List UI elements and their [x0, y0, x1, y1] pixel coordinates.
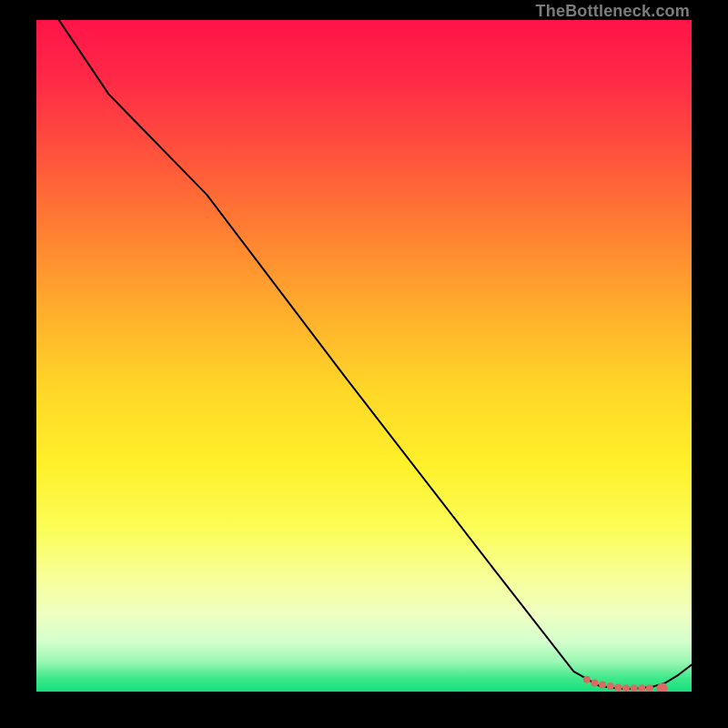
data-dot: [607, 682, 614, 690]
chart-frame: TheBottleneck.com: [0, 0, 728, 728]
watermark-text: TheBottleneck.com: [536, 2, 690, 21]
plot-area: [36, 20, 692, 692]
data-dot: [646, 684, 653, 692]
data-dot: [583, 676, 591, 683]
chart-svg: [36, 20, 692, 692]
data-dot: [591, 679, 598, 686]
data-dot: [631, 684, 638, 692]
data-dot: [638, 684, 645, 692]
data-dot: [599, 682, 606, 689]
data-dot: [622, 684, 630, 692]
data-dot: [614, 684, 622, 692]
